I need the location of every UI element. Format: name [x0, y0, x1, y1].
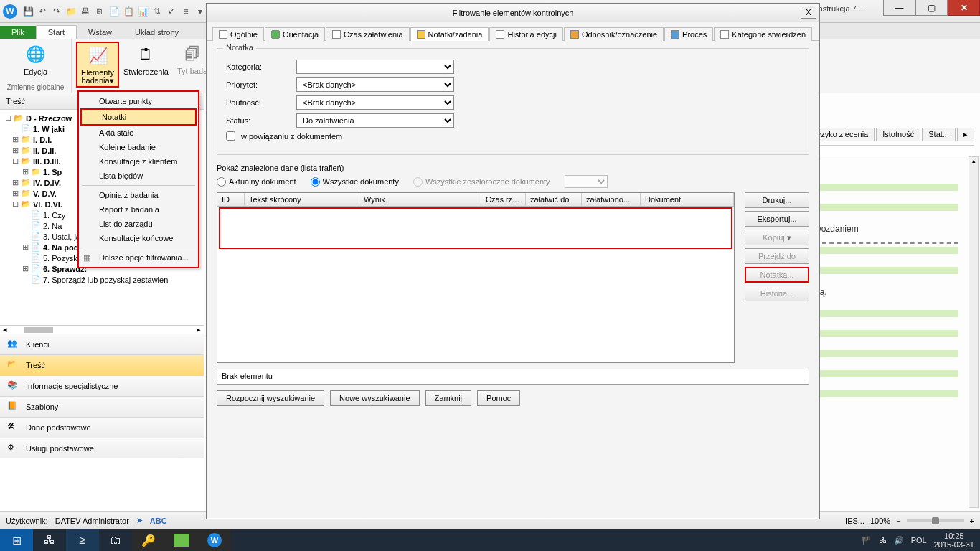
tray-network-icon[interactable]: 🖧: [879, 536, 887, 545]
tree-node[interactable]: 1. Czy: [43, 211, 65, 220]
dtab-proces[interactable]: Proces: [664, 27, 713, 41]
qat-save-icon[interactable]: 💾: [22, 5, 34, 18]
zoom-in-icon[interactable]: +: [970, 517, 974, 525]
tab-ryzyko[interactable]: yzyko zlecenia: [811, 128, 875, 141]
taskbar-app-icon[interactable]: W: [198, 529, 231, 551]
taskbar-server-icon[interactable]: 🖧: [33, 529, 66, 551]
spellcheck-icon[interactable]: ABC: [150, 517, 167, 525]
btn-drukuj[interactable]: Drukuj...: [745, 192, 809, 208]
nav-klienci[interactable]: 👥Klienci: [0, 334, 204, 354]
qat-redo-icon[interactable]: ↷: [50, 5, 63, 18]
qat-list-icon[interactable]: ≡: [179, 5, 192, 18]
tab-plik[interactable]: Plik: [0, 26, 36, 39]
tree-hscrollbar[interactable]: ◂▸: [0, 325, 204, 334]
col-zalatwiono[interactable]: załatwiono...: [582, 193, 641, 206]
col-tekst[interactable]: Tekst skrócony: [245, 193, 359, 206]
tree-node[interactable]: 1. W jaki: [33, 125, 65, 133]
col-czas[interactable]: Czas rz...: [481, 193, 526, 206]
radio-zeszloroczne[interactable]: Wszystkie zeszłoroczne dokumenty: [413, 177, 550, 187]
tab-stat[interactable]: Stat...: [922, 128, 956, 141]
tray-volume-icon[interactable]: 🔊: [894, 536, 904, 545]
btn-zamknij[interactable]: Zamknij: [425, 390, 472, 406]
qat-undo-icon[interactable]: ↶: [36, 5, 49, 18]
btn-nowe[interactable]: Nowe wyszukiwanie: [330, 390, 419, 406]
zoom-slider[interactable]: [907, 519, 964, 522]
qat-doc-icon[interactable]: 📄: [108, 5, 121, 18]
select-kategoria[interactable]: [296, 60, 454, 74]
maximize-button[interactable]: ▢: [915, 0, 948, 16]
dtab-ogolnie[interactable]: Ogólnie: [212, 27, 264, 41]
qat-sort-icon[interactable]: ⇅: [151, 5, 164, 18]
qat-preview-icon[interactable]: 🗎: [93, 5, 106, 18]
btn-pomoc[interactable]: Pomoc: [477, 390, 520, 406]
expand-icon[interactable]: ⊞: [22, 242, 29, 252]
tab-wstaw[interactable]: Wstaw: [77, 26, 123, 39]
menu-item-kolejne-badanie[interactable]: Kolejne badanie: [79, 140, 198, 154]
tab-istotnosc[interactable]: Istotność: [876, 128, 920, 141]
tree-node[interactable]: III. D.III.: [33, 157, 61, 166]
radio-wszystkie[interactable]: Wszystkie dokumenty: [311, 177, 399, 187]
menu-item-notatki[interactable]: Notatki: [80, 108, 197, 126]
tree-node[interactable]: II. D.II.: [33, 146, 56, 155]
menu-item-list-zarzad[interactable]: List do zarządu: [79, 217, 198, 231]
menu-item-lista-bledow[interactable]: Lista błędów: [79, 169, 198, 183]
btn-kopiuj[interactable]: Kopiuj: [745, 230, 809, 245]
tab-uklad-strony[interactable]: Układ strony: [123, 26, 190, 39]
results-grid[interactable]: ID Tekst skrócony Wynik Czas rz... załat…: [217, 192, 735, 363]
minimize-button[interactable]: —: [883, 0, 915, 16]
dtab-historia[interactable]: Historia edycji: [489, 27, 562, 41]
menu-item-dalsze-opcje[interactable]: Dalsze opcje filtrowania...: [79, 250, 198, 265]
tree-node[interactable]: 1. Sp: [43, 168, 62, 176]
tree-node[interactable]: IV. D.IV.: [33, 179, 61, 187]
btn-historia[interactable]: Historia...: [745, 286, 809, 301]
ribbon-edycja-button[interactable]: 🌐 Edycja: [19, 42, 52, 77]
tab-scroll-right[interactable]: ▸: [957, 128, 974, 141]
menu-item-otwarte-punkty[interactable]: Otwarte punkty: [79, 94, 198, 108]
expand-icon[interactable]: ⊞: [11, 189, 19, 198]
qat-check-icon[interactable]: ✓: [165, 5, 178, 18]
tray-flag-icon[interactable]: 🏴: [862, 536, 872, 545]
nav-informacje[interactable]: 📚Informacje specjalistyczne: [0, 375, 204, 396]
ribbon-elementy-badania-button[interactable]: 📈 Elementy badania▾: [76, 42, 119, 88]
select-status[interactable]: Do załatwienia: [296, 113, 454, 128]
col-id[interactable]: ID: [217, 193, 245, 206]
qat-copy-icon[interactable]: 📋: [122, 5, 135, 18]
tree-node[interactable]: I. D.I.: [33, 136, 52, 144]
menu-item-konsultacje-klientem[interactable]: Konsultacje z klientem: [79, 154, 198, 169]
nav-dane[interactable]: 🛠Dane podstawowe: [0, 417, 204, 438]
expand-icon[interactable]: ⊞: [11, 135, 19, 144]
expand-icon[interactable]: ⊞: [11, 146, 19, 155]
taskbar-powershell-icon[interactable]: ≥: [66, 529, 99, 551]
menu-item-konsultacje-koncowe[interactable]: Konsultacje końcowe: [79, 231, 198, 245]
ribbon-stwierdzenia-button[interactable]: 🗒 Stwierdzenia: [119, 42, 173, 88]
col-zalatwic[interactable]: załatwić do: [526, 193, 582, 206]
menu-item-akta-stale[interactable]: Akta stałe: [79, 126, 198, 140]
dtab-czas[interactable]: Czas załatwienia: [326, 27, 410, 41]
expand-icon[interactable]: ⊟: [11, 156, 19, 166]
tab-start[interactable]: Start: [36, 25, 77, 39]
tree-root[interactable]: D - Rzeczow: [26, 114, 72, 123]
nav-tresc[interactable]: 📂Treść: [0, 354, 204, 375]
taskbar-key-icon[interactable]: 🔑: [132, 529, 165, 551]
nav-uslugi[interactable]: ⚙Usługi podstawowe: [0, 438, 204, 458]
dtab-odnosnik[interactable]: Odnośnik/oznaczenie: [564, 27, 664, 41]
qat-folder-icon[interactable]: 📁: [65, 5, 77, 18]
zoom-out-icon[interactable]: −: [896, 517, 900, 525]
expand-icon[interactable]: ⊞: [22, 264, 29, 273]
expand-icon[interactable]: ⊞: [22, 167, 29, 176]
menu-item-opinia[interactable]: Opinia z badania: [79, 188, 198, 202]
btn-rozpocznij[interactable]: Rozpocznij wyszukiwanie: [217, 390, 324, 406]
tray-clock[interactable]: 10:25 2015-03-31: [934, 532, 974, 549]
select-poufnosc[interactable]: <Brak danych>: [296, 95, 454, 110]
dtab-kategorie[interactable]: Kategorie stwierdzeń: [714, 27, 812, 41]
btn-notatka[interactable]: Notatka...: [745, 267, 809, 283]
dtab-orientacja[interactable]: Orientacja: [265, 27, 325, 41]
cursor-icon[interactable]: ➤: [136, 516, 143, 525]
dtab-notatki[interactable]: Notatki/zadania: [410, 27, 489, 41]
vscrollbar[interactable]: ▴: [969, 156, 979, 508]
checkbox-powiazanie[interactable]: [226, 131, 235, 141]
col-dokument[interactable]: Dokument: [641, 193, 734, 206]
expand-icon[interactable]: ⊟: [11, 199, 19, 209]
tree-node[interactable]: VI. D.VI.: [33, 200, 62, 209]
tree-node[interactable]: 2. Na: [43, 222, 62, 230]
